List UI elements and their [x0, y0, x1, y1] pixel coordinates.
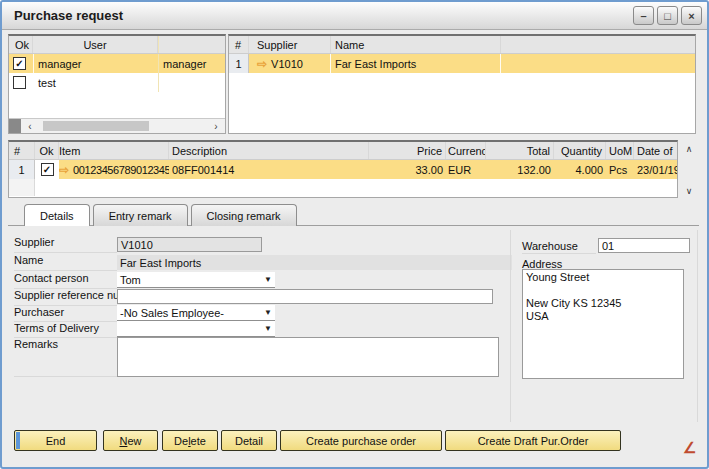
suppliers-header-name[interactable]: Name: [331, 36, 501, 53]
purchaser-combo[interactable]: -No Sales Employee- ▼: [117, 305, 275, 321]
detail-button-label: Detail: [235, 435, 263, 447]
tab-details[interactable]: Details: [24, 204, 90, 226]
table-row[interactable]: test: [9, 73, 225, 92]
end-button[interactable]: End: [14, 430, 97, 451]
horizontal-scrollbar[interactable]: ‹ ›: [9, 118, 225, 133]
tab-closing-remark[interactable]: Closing remark: [191, 204, 297, 226]
tab-bar: Details Entry remark Closing remark: [24, 204, 300, 226]
items-header-item[interactable]: Item: [59, 142, 169, 159]
checkbox-unchecked[interactable]: [13, 76, 26, 89]
user-cell[interactable]: manager: [33, 54, 158, 73]
items-header-quantity[interactable]: Quantity: [554, 142, 606, 159]
contact-person-combo[interactable]: Tom ▼: [117, 272, 275, 288]
address-line: Young Street: [526, 271, 680, 284]
minimize-button[interactable]: –: [633, 6, 654, 25]
warehouse-label: Warehouse: [522, 240, 596, 254]
items-header-description[interactable]: Description: [169, 142, 369, 159]
create-purchase-order-button[interactable]: Create purchase order: [280, 430, 442, 451]
supplier-reference-input[interactable]: [117, 289, 493, 304]
purchaser-value: -No Sales Employee-: [120, 307, 224, 319]
resize-handle-icon[interactable]: ∠: [683, 439, 696, 457]
item-price-cell[interactable]: 33.00: [369, 160, 446, 179]
user-value-cell[interactable]: manager: [158, 54, 225, 73]
user-cell[interactable]: test: [33, 73, 158, 92]
chevron-down-icon[interactable]: ▼: [264, 275, 272, 284]
users-table-header: Ok User: [9, 36, 225, 54]
row-number-cell: 1: [229, 54, 249, 73]
items-header-date[interactable]: Date of: [634, 142, 677, 159]
warehouse-input[interactable]: 01: [598, 238, 690, 253]
maximize-button[interactable]: □: [657, 6, 678, 25]
delete-button[interactable]: Delete: [162, 430, 218, 451]
focus-indicator: [16, 432, 20, 449]
scroll-down-icon[interactable]: ∨: [681, 186, 697, 196]
new-button[interactable]: New: [103, 430, 158, 451]
chevron-down-icon[interactable]: ▼: [264, 308, 272, 317]
link-arrow-icon[interactable]: ⇨: [257, 57, 267, 71]
terms-of-delivery-combo[interactable]: ▼: [117, 321, 275, 337]
items-header-total[interactable]: Total: [486, 142, 554, 159]
items-header-ok[interactable]: Ok: [35, 142, 59, 159]
table-row[interactable]: ✓ manager manager: [9, 54, 225, 73]
suppliers-header-supplier[interactable]: Supplier: [249, 36, 331, 53]
item-uom-cell[interactable]: Pcs: [606, 160, 634, 179]
empty-row: [9, 179, 677, 196]
table-row[interactable]: 1 ⇨ V1010 Far East Imports: [229, 54, 695, 73]
window-title: Purchase request: [14, 2, 123, 30]
supplier-code-cell[interactable]: ⇨ V1010: [249, 54, 331, 73]
users-header-extra: [158, 36, 225, 53]
suppliers-table: # Supplier Name 1 ⇨ V1010 Far East Impor…: [228, 34, 696, 134]
vertical-scrollbar[interactable]: ∧ ∨: [681, 142, 697, 198]
end-button-label: End: [46, 435, 66, 447]
user-value-cell[interactable]: [158, 73, 225, 92]
create-purchase-order-label: Create purchase order: [306, 435, 416, 447]
contact-person-value: Tom: [120, 274, 141, 286]
scroll-up-icon[interactable]: ∧: [681, 144, 697, 154]
item-date-cell[interactable]: 23/01/19: [634, 160, 677, 179]
name-field: Far East Imports: [117, 255, 512, 270]
scroll-left-icon[interactable]: ‹: [24, 119, 36, 133]
item-code-cell[interactable]: ⇨ 001234567890123456: [59, 160, 169, 179]
users-header-ok[interactable]: Ok: [9, 36, 33, 53]
users-header-user[interactable]: User: [33, 36, 158, 53]
items-table-header: # Ok Item Description Price Currency Tot…: [9, 142, 677, 160]
scrollbar-thumb[interactable]: [43, 121, 149, 131]
link-arrow-icon[interactable]: ⇨: [59, 163, 69, 177]
items-header-currency[interactable]: Currency: [446, 142, 486, 159]
table-row[interactable]: 1 ✓ ⇨ 001234567890123456 08FF001414 33.0…: [9, 160, 677, 179]
items-header-num[interactable]: #: [9, 142, 35, 159]
item-total-cell[interactable]: 132.00: [486, 160, 554, 179]
create-draft-purchase-order-label: Create Draft Pur.Order: [478, 435, 589, 447]
contact-person-label: Contact person: [14, 272, 117, 289]
items-header-price[interactable]: Price: [369, 142, 446, 159]
address-line: [526, 284, 680, 297]
supplier-field: V1010: [117, 237, 262, 252]
item-currency-cell[interactable]: EUR: [446, 160, 486, 179]
items-table: # Ok Item Description Price Currency Tot…: [8, 140, 678, 198]
window-controls: – □ ×: [633, 6, 702, 25]
scroll-right-icon[interactable]: ›: [210, 119, 222, 133]
terms-of-delivery-label: Terms of Delivery: [14, 322, 117, 338]
supplier-label: Supplier: [14, 236, 117, 253]
check-icon: ✓: [43, 164, 51, 175]
detail-button[interactable]: Detail: [221, 430, 277, 451]
check-icon: ✓: [15, 58, 23, 69]
address-textarea[interactable]: Young Street New City KS 12345 USA: [522, 269, 684, 379]
remarks-textarea[interactable]: [117, 337, 499, 377]
items-header-uom[interactable]: UoM: [606, 142, 634, 159]
chevron-down-icon[interactable]: ▼: [264, 324, 272, 333]
item-quantity-cell[interactable]: 4.000: [554, 160, 606, 179]
purchaser-label: Purchaser: [14, 306, 117, 322]
suppliers-header-num[interactable]: #: [229, 36, 249, 53]
create-draft-purchase-order-button[interactable]: Create Draft Pur.Order: [445, 430, 621, 451]
title-bar: Purchase request – □ ×: [2, 2, 707, 30]
checkbox-checked[interactable]: ✓: [13, 57, 26, 70]
item-code: 001234567890123456: [73, 164, 169, 176]
suppliers-table-header: # Supplier Name: [229, 36, 695, 54]
tab-entry-remark[interactable]: Entry remark: [93, 204, 188, 226]
checkbox-checked[interactable]: ✓: [41, 163, 54, 176]
supplier-name-cell[interactable]: Far East Imports: [331, 54, 501, 73]
panel-divider-left: [510, 230, 511, 422]
close-button[interactable]: ×: [681, 6, 702, 25]
item-description-cell[interactable]: 08FF001414: [169, 160, 369, 179]
